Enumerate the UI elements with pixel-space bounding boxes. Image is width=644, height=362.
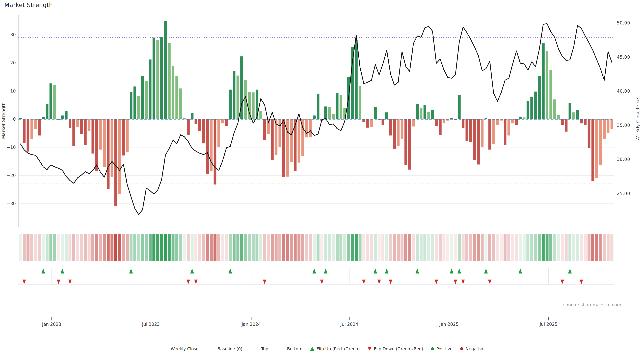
heatmap-cell [298,234,300,261]
strength-bar [584,119,586,125]
strength-bar [149,59,152,119]
heatmap-cell [317,234,320,261]
strength-bar [271,119,274,160]
heatmap-cell [484,234,488,261]
heatmap-cell [591,234,594,261]
x-axis-label: Jan 2025 [439,322,459,327]
heatmap-cell [191,234,194,261]
strength-bar [358,86,361,119]
heatmap-cell [466,234,468,261]
strength-bar [561,119,564,125]
x-axis-label: Jan 2023 [42,322,62,327]
heatmap-cell [511,234,514,261]
heatmap-cell [225,234,228,261]
heatmap-cell [76,234,79,261]
legend-label: Positive [436,346,452,351]
flip-up-icon [518,269,522,273]
heatmap-cell [439,234,442,261]
heatmap-cell [424,234,426,261]
strength-bar [282,119,285,177]
heatmap-cell [30,234,33,261]
strength-bar [374,107,377,119]
heatmap-cell [92,234,94,261]
heatmap-cell [217,234,220,261]
strength-bar [530,97,533,119]
strength-bar [370,119,373,127]
strength-bar [508,119,510,135]
flip-marker-band [18,268,614,285]
strength-bar [65,111,68,119]
strength-bar [408,119,411,170]
heatmap-cell [282,234,285,261]
heatmap-cell [271,234,274,261]
flip-up-icon [450,269,453,273]
dashed-line-swatch [206,349,215,349]
strength-bar [252,92,254,119]
heatmap-cell [404,234,407,261]
heatmap-cell [46,234,49,261]
strength-bar [99,119,102,149]
heatmap-cell [80,234,83,261]
heatmap-cell [198,234,201,261]
flip-up-icon [484,269,488,273]
strength-bar [50,83,52,119]
strength-bar [110,119,113,177]
heatmap-cell [389,234,392,261]
heatmap-cell [561,234,564,261]
heatmap-cell [332,234,335,261]
flip-down-icon [263,280,266,284]
heatmap-cell [580,234,583,261]
strength-bar [198,119,201,131]
heatmap-cell [107,234,110,261]
heatmap-cell [595,234,598,261]
strength-bar [355,40,358,119]
flip-up-icon [60,269,64,273]
market-strength-chart: Jan 2023Jul 2023Jan 2024Jul 2024Jan 2025… [0,0,644,345]
flip-down-icon [320,280,324,284]
heatmap-cell [88,234,90,261]
heatmap-cell [286,234,289,261]
strength-bar [496,119,499,125]
market-strength-dashboard: Jan 2023Jul 2023Jan 2024Jul 2024Jan 2025… [0,0,644,362]
legend-item-bottom: Bottom [276,346,302,351]
heatmap-cell [176,234,178,261]
heatmap-cell [99,234,102,261]
legend-label: Baseline (0) [217,346,242,351]
strength-bar [286,119,289,177]
strength-bar [458,95,460,119]
heatmap-cell [236,234,240,261]
flip-down-icon [68,280,72,284]
heatmap-cell [381,234,384,261]
strength-bar [515,119,518,125]
strength-bar [305,119,308,137]
strength-bar [179,88,182,119]
strength-bar [366,119,369,128]
heatmap-cell [126,234,129,261]
strength-bar [137,96,140,119]
heatmap-cell [244,234,247,261]
heatmap-cell [534,234,537,261]
left-axis-tick-label: 10 [10,88,16,93]
heatmap-cell [141,234,144,261]
heatmap-cell [427,234,430,261]
strength-bar [145,81,148,119]
heatmap-cell [366,234,369,261]
strength-bar [595,119,598,178]
heatmap-cell [232,234,236,261]
heatmap-cell [263,234,266,261]
heatmap-cell [599,234,602,261]
legend-item-baseline: Baseline (0) [206,346,242,351]
heatmap-cell [610,234,614,261]
strength-bar [607,119,610,133]
flip-down-icon [580,280,583,284]
heatmap-cell [340,234,342,261]
strength-bar [95,119,98,171]
heatmap-cell [156,234,159,261]
chart-legend: Weekly CloseBaseline (0)TopBottomFlip Up… [0,346,644,351]
strength-bar [233,71,236,119]
heatmap-cell [290,234,293,261]
strength-bar [317,94,319,119]
legend-label: Weekly Close [171,346,198,351]
heatmap-cell [301,234,304,261]
strength-bar [23,119,26,143]
